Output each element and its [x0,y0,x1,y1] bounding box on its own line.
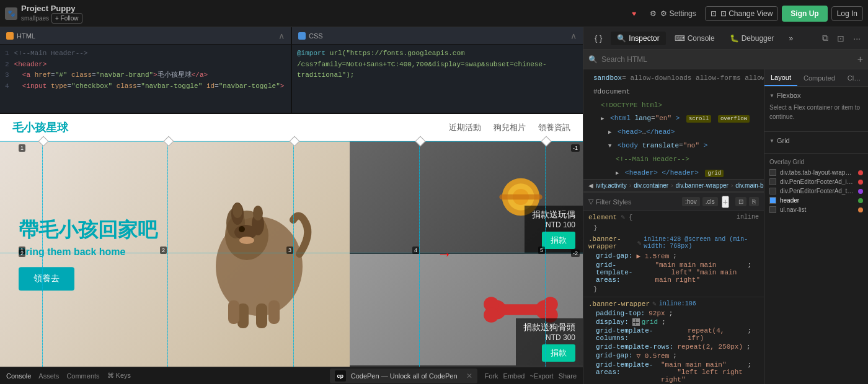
comments-tab[interactable]: Comments [66,372,99,380]
overlay-label: Overlay Grid [769,159,863,165]
overlay-cb-penfooter2[interactable] [769,188,776,194]
donate-bone-button[interactable]: 捐款 [542,344,575,362]
heart-button[interactable]: ♥ [627,7,641,20]
console-tab[interactable]: Console [6,372,31,380]
svg-rect-13 [268,300,280,324]
nav-link-photos[interactable]: 狗兒相片 [494,122,526,133]
breadcrumb-arrow-left[interactable]: ◀ [588,182,593,189]
overlay-dot-penfooter1 [858,180,863,185]
inspector-dock-button[interactable]: ⧉ [820,32,831,45]
follow-button[interactable]: + Follow [51,13,82,24]
styles-content[interactable]: element ✎ { inline } .banner-wrapper ✎ i… [583,211,764,384]
svg-point-22 [484,308,498,323]
breadcrumb-activity[interactable]: ivity.activity [596,182,627,189]
hov-button[interactable]: :hov [682,197,700,206]
overlay-dot-penfooter2 [858,189,863,194]
tree-node-doctype[interactable]: <!DOCTYPE html> [583,99,764,113]
filter-styles: ▽ Filter Styles [588,198,631,206]
right-panel: { } 🔍 Inspector ⌨ Console 🐛 Debugger » ⧉… [583,27,868,384]
overlay-item-header: header [769,197,863,204]
tree-node-html[interactable]: ▶ <html lang="en" > scroll overflow [583,112,764,126]
main-area: HTML ∧ 1<!--Main Header--> 2<header> 3 <… [0,27,868,384]
inspector-actions: ⧉ ⊡ ··· [820,32,863,45]
inspector-left: sandbox= allow-downloads allow-forms all… [583,69,764,384]
html-expand-button[interactable]: ∧ [278,31,285,41]
author-name: smallpaes [21,15,49,22]
overlay-cb-penfooter1[interactable] [769,178,776,185]
inspector-tab-debugger[interactable]: 🐛 Debugger [724,32,781,45]
nav-link-adopt[interactable]: 領養資訊 [538,122,570,133]
html-editor: HTML ∧ 1<!--Main Header--> 2<header> 3 <… [0,27,292,113]
toggle-button[interactable]: ⊡ [735,197,746,206]
cls-button[interactable]: .cls [702,197,718,206]
css-expand-button[interactable]: ∧ [570,31,577,41]
grid-section: Grid [764,131,868,153]
overlay-cb-tabs[interactable] [769,169,776,176]
bottom-bar: Console Assets Comments ⌘ Keys cp CodePe… [0,367,583,384]
adopt-button[interactable]: 領養去 [19,267,74,290]
dom-tree[interactable]: sandbox= allow-downloads allow-forms all… [583,69,764,179]
settings-button[interactable]: ⚙ ⚙ Settings [645,7,701,20]
donate-toy-button[interactable]: 捐款 [542,232,575,249]
css-prop-grid-template-areas-2: grid-template-areas: "main main main" "l… [588,360,759,384]
inspector-tab-inspector[interactable]: 🔍 Inspector [611,32,665,45]
export-button[interactable]: ~Export [529,372,553,380]
overlay-cb-navlist[interactable] [769,206,776,213]
tree-node-head[interactable]: ▶ <head>…</head> [583,126,764,139]
codepen-logo: cp [335,370,346,382]
breadcrumb-container[interactable]: div.container [634,182,668,189]
layout-tab-cl[interactable]: Cl… [841,69,867,86]
site-logo: 毛小孩星球 [12,120,68,135]
inspector-more-button[interactable]: ··· [851,32,863,45]
tree-node-main-comment[interactable]: <!--Main Header--> [583,153,764,167]
signup-button[interactable]: Sign Up [782,6,827,22]
inspector-body: sandbox= allow-downloads allow-forms all… [583,69,868,384]
embed-button[interactable]: Embed [503,372,525,380]
change-view-button[interactable]: ⊡ ⊡ Change View [705,6,779,21]
inspector-tab-console[interactable]: ⌨ Console [668,32,721,45]
promo-close-button[interactable]: ✕ [466,372,472,380]
flexbox-section: Flexbox Select a Flex container or item … [764,87,868,131]
search-input[interactable] [601,55,854,64]
editors-row: HTML ∧ 1<!--Main Header--> 2<header> 3 <… [0,27,583,114]
css-prop-columns: grid-template-columns: repeat(4, 1fr) ; [588,326,759,343]
nav-link-activity[interactable]: 近期活動 [449,122,481,133]
add-node-button[interactable]: + [857,54,863,65]
inspector-right: Layout Computed Cl… Flexbox Select a Fle… [764,69,868,384]
overlay-item-penfooter1: div.PenEditorFooterAd_image- [769,178,863,185]
svg-rect-17 [499,194,542,200]
grid-title[interactable]: Grid [769,137,863,144]
inspector-tab-more[interactable]: » [782,32,799,45]
add-rule-button[interactable]: + [722,196,729,208]
layout-tab-computed[interactable]: Computed [797,69,841,86]
html-editor-content[interactable]: 1<!--Main Header--> 2<header> 3 <a href=… [0,45,291,113]
html-editor-title: HTML [6,32,35,40]
breadcrumb-main-banner[interactable]: div.main-banner.background-imag [735,182,764,189]
breadcrumb-banner-wrapper[interactable]: div.banner-wrapper [675,182,728,189]
copy-button[interactable]: ⎘ [749,197,759,206]
fork-button[interactable]: Fork [485,372,498,380]
overlay-cb-header[interactable] [769,197,776,204]
overlay-text-penfooter2: div.PenEditorFooterAd_text-2 [780,188,854,194]
css-editor-title: CSS [298,32,323,40]
donate-toy-overlay: 捐款送玩偶 NTD 100 捐款 [525,206,583,253]
assets-tab[interactable]: Assets [38,372,59,380]
flexbox-title[interactable]: Flexbox [769,92,863,99]
share-button[interactable]: Share [559,372,577,380]
inspector-tab-code[interactable]: { } [588,31,608,45]
inspector-window-button[interactable]: ⊡ [835,32,847,45]
css-editor-content[interactable]: @import url("https://fonts.googleapis.co… [292,45,583,113]
left-side: HTML ∧ 1<!--Main Header--> 2<header> 3 <… [0,27,583,384]
tree-node-document[interactable]: #document [583,85,764,99]
inspector-search: 🔍 + [583,50,868,69]
tree-node-header[interactable]: ▶ <header> </header> grid [583,167,764,179]
login-button[interactable]: Log In [831,6,863,21]
edit-icon: ✎ [621,213,625,221]
keys-tab[interactable]: ⌘ Keys [107,372,131,380]
breadcrumb-sep-3: › [731,182,733,189]
svg-point-5 [232,203,242,218]
tree-node-sandbox[interactable]: sandbox= allow-downloads allow-forms all… [583,72,764,85]
tree-node-body[interactable]: ▼ <body translate="no" > [583,139,764,153]
bottom-right-buttons: Fork Embed ~Export Share [485,372,577,380]
layout-tab-layout[interactable]: Layout [764,69,797,86]
